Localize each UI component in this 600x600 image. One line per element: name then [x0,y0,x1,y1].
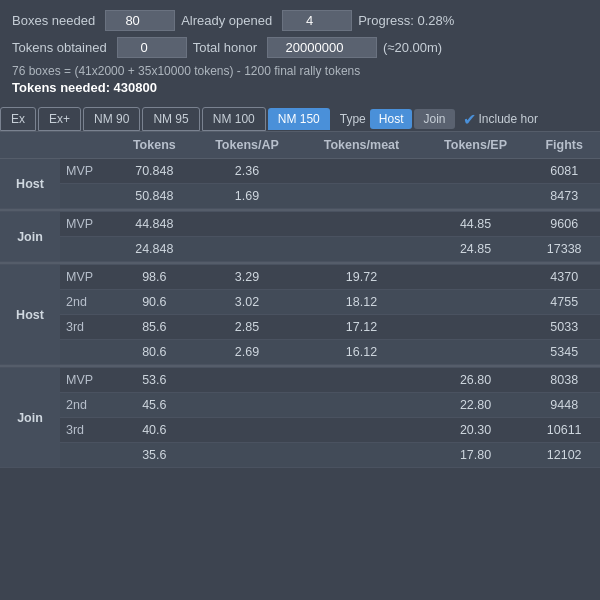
table-row: Host MVP 70.848 2.36 6081 [0,159,600,184]
tokens-ap-cell: 2.69 [194,340,301,365]
tokens-meat-cell [300,368,422,393]
tab-nm95[interactable]: NM 95 [142,107,199,131]
tab-nm90[interactable]: NM 90 [83,107,140,131]
total-honor-approx: (≈20.00m) [383,40,442,55]
rank-cell: 2nd [60,393,115,418]
tokens-ep-cell [423,315,529,340]
tokens-meat-cell: 16.12 [300,340,422,365]
total-honor-label: Total honor [193,40,257,55]
tab-nm100[interactable]: NM 100 [202,107,266,131]
fights-cell: 5033 [528,315,600,340]
progress-text: Progress: 0.28% [358,13,454,28]
table-row: 2nd 45.6 22.80 9448 [0,393,600,418]
tokens-ap-cell: 3.29 [194,265,301,290]
table-row: 80.6 2.69 16.12 5345 [0,340,600,365]
fights-cell: 9606 [528,212,600,237]
tokens-ap-cell: 1.69 [194,184,301,209]
rank-cell [60,340,115,365]
already-opened-label: Already opened [181,13,272,28]
fights-cell: 6081 [528,159,600,184]
row-tokens: Tokens obtained Total honor (≈20.00m) [12,37,588,58]
tabs-bar: Ex Ex+ NM 90 NM 95 NM 100 NM 150 Type Ho… [0,101,600,132]
rank-cell [60,237,115,262]
tokens-ep-cell [423,184,529,209]
tokens-cell: 44.848 [115,212,194,237]
tokens-cell: 98.6 [115,265,194,290]
tab-ex-plus[interactable]: Ex+ [38,107,81,131]
th-tokens-ap: Tokens/AP [194,132,301,159]
tokens-ap-cell [194,443,301,468]
fights-cell: 5345 [528,340,600,365]
tab-ex[interactable]: Ex [0,107,36,131]
tokens-cell: 90.6 [115,290,194,315]
table-row: Host MVP 98.6 3.29 19.72 4370 [0,265,600,290]
tokens-ep-cell: 44.85 [423,212,529,237]
type-host-button[interactable]: Host [370,109,413,129]
table-header-row: Tokens Tokens/AP Tokens/meat Tokens/EP F… [0,132,600,159]
rank-cell: MVP [60,265,115,290]
th-tokens-meat: Tokens/meat [300,132,422,159]
tokens-meat-cell: 19.72 [300,265,422,290]
table-row: 2nd 90.6 3.02 18.12 4755 [0,290,600,315]
tokens-cell: 50.848 [115,184,194,209]
tokens-cell: 53.6 [115,368,194,393]
tokens-cell: 40.6 [115,418,194,443]
tokens-meat-cell [300,393,422,418]
main-table: Tokens Tokens/AP Tokens/meat Tokens/EP F… [0,132,600,468]
total-honor-input[interactable] [267,37,377,58]
table-row: 24.848 24.85 17338 [0,237,600,262]
th-tokens-ep: Tokens/EP [423,132,529,159]
tokens-cell: 80.6 [115,340,194,365]
fights-cell: 10611 [528,418,600,443]
th-rank [60,132,115,159]
tokens-obtained-input[interactable] [117,37,187,58]
tokens-ap-cell [194,368,301,393]
include-hor-label: Include hor [479,112,538,126]
tokens-cell: 24.848 [115,237,194,262]
fights-cell: 12102 [528,443,600,468]
fights-cell: 17338 [528,237,600,262]
type-cell: Join [0,212,60,262]
th-tokens: Tokens [115,132,194,159]
table-row: 3rd 40.6 20.30 10611 [0,418,600,443]
type-join-button[interactable]: Join [414,109,454,129]
tokens-ap-cell [194,212,301,237]
table-row: 50.848 1.69 8473 [0,184,600,209]
rank-cell [60,443,115,468]
formula-text: 76 boxes = (41x2000 + 35x10000 tokens) -… [12,64,588,78]
tokens-cell: 35.6 [115,443,194,468]
fights-cell: 4755 [528,290,600,315]
type-label: Type [340,112,366,126]
type-cell: Host [0,159,60,209]
boxes-needed-label: Boxes needed [12,13,95,28]
tokens-ep-cell: 20.30 [423,418,529,443]
tokens-ap-cell [194,418,301,443]
tokens-ap-cell [194,237,301,262]
tokens-meat-cell [300,443,422,468]
tab-nm150[interactable]: NM 150 [268,108,330,130]
table-row: 3rd 85.6 2.85 17.12 5033 [0,315,600,340]
type-cell: Join [0,368,60,468]
rank-cell: MVP [60,368,115,393]
tokens-meat-cell: 17.12 [300,315,422,340]
tokens-ep-cell [423,265,529,290]
rank-cell: MVP [60,159,115,184]
tokens-ap-cell: 2.85 [194,315,301,340]
tokens-ep-cell: 22.80 [423,393,529,418]
boxes-needed-input[interactable] [105,10,175,31]
tokens-meat-cell: 18.12 [300,290,422,315]
tokens-ep-cell: 24.85 [423,237,529,262]
table-row: Join MVP 44.848 44.85 9606 [0,212,600,237]
already-opened-input[interactable] [282,10,352,31]
fights-cell: 9448 [528,393,600,418]
row-boxes: Boxes needed Already opened Progress: 0.… [12,10,588,31]
tokens-cell: 70.848 [115,159,194,184]
rank-cell: 3rd [60,418,115,443]
rank-cell: 3rd [60,315,115,340]
include-hor-container[interactable]: ✔ Include hor [463,110,538,129]
rank-cell: MVP [60,212,115,237]
tokens-cell: 85.6 [115,315,194,340]
tokens-ep-cell: 26.80 [423,368,529,393]
checkmark-icon: ✔ [463,110,476,129]
tokens-ep-cell: 17.80 [423,443,529,468]
